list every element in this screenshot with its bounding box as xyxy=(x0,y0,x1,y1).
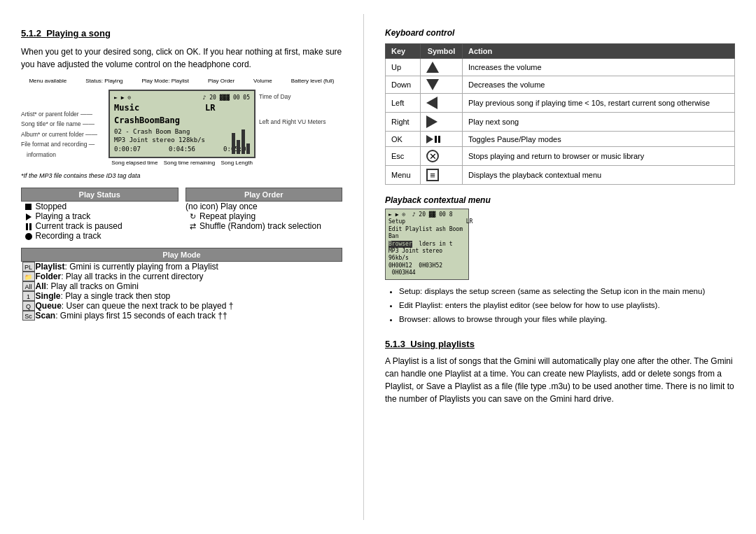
intro-text: When you get to your desired song, click… xyxy=(21,45,342,71)
all-mode-label: All: Play all tracks on Gmini xyxy=(36,281,342,291)
vu-bar-1 xyxy=(232,133,235,154)
key-left: Left xyxy=(386,94,421,113)
play-status-table: Play Status Stopped Playing a track xyxy=(21,188,178,241)
playing-icon xyxy=(22,211,36,221)
play-order-table: Play Order (no icon) Play once ↻ Repeat … xyxy=(186,188,343,231)
mini-line-1: Setup LR xyxy=(388,218,465,225)
circle-x-icon: ✕ xyxy=(426,150,439,162)
paused-icon xyxy=(22,221,36,231)
queue-mode-label: Queue: User can queue the next track to … xyxy=(36,301,342,311)
table-row: Playing a track xyxy=(22,211,178,221)
triangle-left-icon xyxy=(426,97,438,109)
triangle-right-icon xyxy=(426,115,438,128)
screen-artist: Music LR xyxy=(114,102,250,114)
table-row: Recording a track xyxy=(22,231,178,241)
sym-down xyxy=(421,76,463,94)
play-status-section: Play Status Stopped Playing a track xyxy=(21,188,178,241)
key-right: Right xyxy=(386,113,421,132)
table-row: Esc ✕ Stops playing and return to browse… xyxy=(386,147,735,166)
label-elapsed: Song elapsed time xyxy=(111,160,158,166)
diagram-left-labels: Artist* or parent folder —— Song title* … xyxy=(21,90,105,166)
screen-vol: ♪ 20 ▓▓▓ 00 05 xyxy=(203,94,250,101)
play-mode-section: Play Mode PL Playlist: Gmini is currentl… xyxy=(21,248,342,321)
label-time-of-day: Time of Day xyxy=(259,91,326,102)
playlist-mode-label: Playlist: Gmini is currently playing fro… xyxy=(36,262,342,272)
play-part-icon xyxy=(426,135,433,143)
top-labels: Menu available Status: Playing Play Mode… xyxy=(21,78,342,84)
vu-meters xyxy=(232,126,250,154)
bullet-setup: Setup: displays the setup screen (same a… xyxy=(399,286,735,297)
vu-bar-3 xyxy=(241,129,245,154)
play-mode-table: Play Mode PL Playlist: Gmini is currentl… xyxy=(21,248,342,321)
play-order-section: Play Order (no icon) Play once ↻ Repeat … xyxy=(186,188,343,241)
mini-line-2: Edit Playlist ash Boom Ban xyxy=(388,226,465,241)
table-row: 1 Single: Play a single track then stop xyxy=(22,291,342,301)
table-row: All All: Play all tracks on Gmini xyxy=(22,281,342,291)
queue-mode-icon: Q xyxy=(22,301,36,311)
device-screen: ► ▶ ⊙ ♪ 20 ▓▓▓ 00 05 Music LR CrashBoomB… xyxy=(108,90,255,158)
status-order-tables: Play Status Stopped Playing a track xyxy=(21,188,342,241)
table-row: Up Increases the volume xyxy=(386,59,735,76)
playback-menu-title: Playback contextual menu xyxy=(385,195,735,205)
table-row: Q Queue: User can queue the next track t… xyxy=(22,301,342,311)
table-row: Stopped xyxy=(22,202,178,212)
label-volume: Volume xyxy=(253,78,272,84)
triangle-up-icon xyxy=(426,62,439,73)
mini-top-row: ► ▶ ⊙ ♪ 20 ▓▓ 00 8 xyxy=(388,211,465,218)
action-esc: Stops playing and return to browser or m… xyxy=(463,147,735,166)
single-mode-icon: 1 xyxy=(22,291,36,301)
label-length: Song Length xyxy=(220,160,252,166)
play-status-header: Play Status xyxy=(22,188,178,202)
action-menu: Displays the playback contextual menu xyxy=(463,166,735,185)
recording-label: Recording a track xyxy=(36,231,178,241)
mini-screen: ► ▶ ⊙ ♪ 20 ▓▓ 00 8 Setup LR Edit Playlis… xyxy=(385,209,469,280)
col-action: Action xyxy=(463,44,735,59)
shuffle-icon: ⇄ xyxy=(186,221,200,231)
table-row: Right Play next song xyxy=(386,113,735,132)
device-diagram: Menu available Status: Playing Play Mode… xyxy=(21,78,342,166)
sym-esc: ✕ xyxy=(421,147,463,166)
sym-menu: ≡ xyxy=(421,166,463,185)
all-mode-icon: All xyxy=(22,281,36,291)
table-row: OK Toggles Pause/Play modes xyxy=(386,132,735,147)
label-play-order: Play Order xyxy=(208,78,234,84)
table-row: Down Decreases the volume xyxy=(386,76,735,94)
sym-ok xyxy=(421,132,463,147)
stopped-icon xyxy=(22,202,36,212)
col-symbol: Symbol xyxy=(421,44,463,59)
folder-mode-icon: 📁 xyxy=(22,272,36,281)
label-play-mode: Play Mode: Playlist xyxy=(141,78,189,84)
pause-part-icon xyxy=(435,136,440,143)
bullet-browser: Browser: allows to browse through your f… xyxy=(399,314,735,325)
table-row: ↻ Repeat playing xyxy=(186,211,342,221)
key-esc: Esc xyxy=(386,147,421,166)
diagram-with-labels: Artist* or parent folder —— Song title* … xyxy=(21,90,342,166)
vu-bar-4 xyxy=(246,143,250,154)
table-row: Left Play previous song if playing time … xyxy=(386,94,735,113)
action-left: Play previous song if playing time < 10s… xyxy=(463,94,735,113)
mini-line-3: Browser lders in t xyxy=(388,241,465,248)
section-title-512: 5.1.2 Playing a song xyxy=(21,28,342,38)
table-row: Sc Scan: Gmini plays first 15 seconds of… xyxy=(22,311,342,321)
screen-area: ► ▶ ⊙ ♪ 20 ▓▓▓ 00 05 Music LR CrashBoomB… xyxy=(108,90,255,166)
key-menu: Menu xyxy=(386,166,421,185)
key-ok: OK xyxy=(386,132,421,147)
sym-up xyxy=(421,59,463,76)
label-status: Status: Playing xyxy=(85,78,122,84)
repeat-icon: ↻ xyxy=(186,211,200,221)
single-mode-label: Single: Play a single track then stop xyxy=(36,291,342,301)
repeat-label: Repeat playing xyxy=(200,211,342,221)
key-down: Down xyxy=(386,76,421,94)
label-battery: Battery level (full) xyxy=(291,78,335,84)
label-vu: Left and Right VU Meters xyxy=(259,116,326,127)
right-column: Keyboard control Key Symbol Action Up In… xyxy=(364,14,756,520)
scan-mode-icon: Sc xyxy=(22,311,36,321)
triangle-down-icon xyxy=(426,79,439,90)
playing-label: Playing a track xyxy=(36,211,178,221)
bullet-edit-playlist: Edit Playlist: enters the playlist edito… xyxy=(399,300,735,311)
label-file-format: File format and recording — xyxy=(21,139,105,149)
section-513: 5.1.3 Using playlists A Playlist is a li… xyxy=(385,339,735,405)
table-row: Current track is paused xyxy=(22,221,178,231)
action-ok: Toggles Pause/Play modes xyxy=(463,132,735,147)
label-artist: Artist* or parent folder —— xyxy=(21,109,105,119)
